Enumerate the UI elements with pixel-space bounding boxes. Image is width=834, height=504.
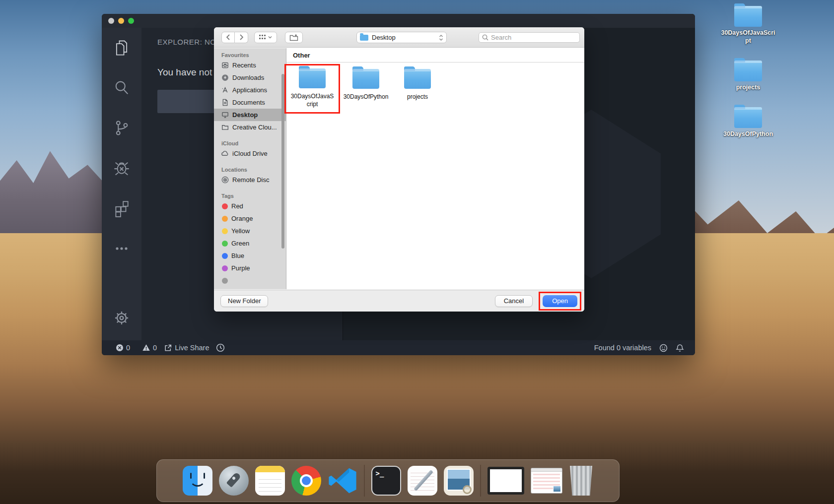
yellow-tag-dot bbox=[222, 228, 228, 234]
sidebar-item-downloads[interactable]: Downloads bbox=[214, 71, 286, 84]
sidebar-section-locations: Locations bbox=[221, 167, 286, 173]
finder-open-dialog: Desktop Search Favourites Recents bbox=[214, 27, 584, 312]
desktop-icon-projects[interactable]: projects bbox=[721, 61, 775, 92]
new-folder-tool-button[interactable] bbox=[285, 32, 303, 43]
vscode-titlebar[interactable] bbox=[102, 14, 695, 28]
zoom-window-button[interactable] bbox=[128, 18, 134, 24]
cloud-icon bbox=[221, 150, 229, 158]
folder-icon bbox=[299, 68, 326, 88]
sidebar-item-label: Creative Clou... bbox=[232, 124, 277, 131]
file-item-projects[interactable]: projects bbox=[392, 69, 443, 101]
vscode-activity-bar bbox=[102, 28, 141, 340]
extensions-icon[interactable] bbox=[112, 199, 131, 218]
debug-icon[interactable] bbox=[112, 159, 131, 178]
sidebar-section-icloud: iCloud bbox=[221, 140, 286, 146]
sidebar-tag-red[interactable]: Red bbox=[214, 200, 286, 212]
updown-chevron-icon bbox=[439, 34, 443, 41]
desktop-icon-label: 30DaysOfJavaScript bbox=[721, 29, 775, 45]
search-icon[interactable] bbox=[112, 78, 131, 97]
sidebar-item-label: Green bbox=[231, 240, 249, 247]
red-tag-dot bbox=[222, 203, 228, 209]
clock-icon bbox=[216, 343, 225, 352]
sidebar-tag-yellow[interactable]: Yellow bbox=[214, 225, 286, 237]
folder-icon bbox=[734, 61, 762, 81]
desktop-icon bbox=[221, 111, 229, 119]
found-variables-status: Found 0 variables bbox=[594, 344, 651, 352]
sidebar-item-label: Documents bbox=[232, 99, 265, 106]
problems-status[interactable]: 0 0 bbox=[116, 344, 157, 352]
close-window-button[interactable] bbox=[108, 18, 114, 24]
explorer-icon[interactable] bbox=[112, 38, 131, 57]
desktop-icon-label: projects bbox=[736, 84, 761, 92]
source-control-icon[interactable] bbox=[112, 119, 131, 137]
chevron-down-icon bbox=[268, 36, 272, 39]
minimized-window-1[interactable] bbox=[487, 467, 524, 495]
forward-button[interactable] bbox=[235, 32, 248, 43]
preview-dock-icon[interactable] bbox=[444, 466, 474, 496]
sidebar-item-recents[interactable]: Recents bbox=[214, 59, 286, 71]
launchpad-dock-icon[interactable] bbox=[219, 466, 249, 496]
sidebar-item-applications[interactable]: Applications bbox=[214, 84, 286, 96]
gray-tag-dot bbox=[222, 278, 228, 284]
clock-status[interactable] bbox=[216, 343, 225, 352]
finder-dock-icon[interactable] bbox=[183, 466, 212, 496]
live-share-status[interactable]: Live Share bbox=[164, 344, 209, 352]
cancel-button[interactable]: Cancel bbox=[495, 295, 533, 307]
sidebar-item-creative-cloud[interactable]: Creative Clou... bbox=[214, 121, 286, 133]
view-options-button[interactable] bbox=[254, 32, 277, 43]
new-folder-button[interactable]: New Folder bbox=[220, 295, 268, 307]
sidebar-tag-blue[interactable]: Blue bbox=[214, 250, 286, 262]
notes-dock-icon[interactable] bbox=[255, 466, 285, 496]
folder-icon bbox=[360, 35, 368, 41]
sidebar-item-documents[interactable]: Documents bbox=[214, 96, 286, 109]
file-item-label: 30DaysOfJavaScript bbox=[287, 93, 337, 108]
file-item-label: 30DaysOfPython bbox=[342, 93, 391, 101]
file-item-30daysofjavascript[interactable]: 30DaysOfJavaScript bbox=[287, 68, 337, 108]
file-item-30daysofpython[interactable]: 30DaysOfPython bbox=[340, 69, 392, 101]
errors-count: 0 bbox=[126, 344, 130, 352]
desktop-icon-30daysofpython[interactable]: 30DaysOfPython bbox=[721, 107, 775, 138]
new-folder-icon bbox=[289, 34, 298, 41]
recents-icon bbox=[221, 62, 229, 69]
sidebar-item-icloud-drive[interactable]: iCloud Drive bbox=[214, 147, 286, 160]
chrome-center bbox=[302, 476, 311, 485]
sidebar-tag-purple[interactable]: Purple bbox=[214, 262, 286, 274]
dialog-sidebar: Favourites Recents Downloads bbox=[214, 48, 286, 289]
location-dropdown[interactable]: Desktop bbox=[356, 32, 447, 43]
dialog-footer: New Folder Cancel Open bbox=[214, 290, 584, 312]
sidebar-item-desktop[interactable]: Desktop bbox=[214, 109, 286, 121]
open-button[interactable]: Open bbox=[543, 295, 577, 307]
vscode-dock-icon[interactable] bbox=[328, 466, 357, 496]
sidebar-item-label: Yellow bbox=[231, 227, 250, 235]
location-dropdown-value: Desktop bbox=[372, 34, 439, 41]
chrome-dock-icon[interactable] bbox=[291, 466, 321, 496]
vscode-status-bar: 0 0 Live Share Found 0 variables bbox=[102, 340, 695, 355]
search-input[interactable]: Search bbox=[479, 32, 580, 43]
minimize-window-button[interactable] bbox=[118, 18, 124, 24]
back-button[interactable] bbox=[221, 32, 235, 43]
sidebar-tag-green[interactable]: Green bbox=[214, 237, 286, 250]
minimized-window-2[interactable] bbox=[531, 468, 562, 494]
feedback-smiley-icon[interactable] bbox=[659, 344, 668, 352]
file-group-header: Other bbox=[286, 48, 584, 63]
folder-icon bbox=[404, 69, 431, 89]
textedit-dock-icon[interactable] bbox=[408, 466, 437, 496]
sidebar-tag-orange[interactable]: Orange bbox=[214, 212, 286, 225]
notifications-bell-icon[interactable] bbox=[676, 344, 684, 352]
more-actions-icon[interactable] bbox=[112, 239, 131, 258]
annotation-box-open-button: Open bbox=[539, 292, 581, 311]
desktop-icon-30daysofjavascript[interactable]: 30DaysOfJavaScript bbox=[721, 6, 775, 45]
window-titlebar bbox=[531, 468, 562, 472]
settings-gear-icon[interactable] bbox=[112, 309, 131, 327]
share-icon bbox=[164, 344, 172, 352]
sidebar-item-label: Red bbox=[231, 202, 243, 210]
sidebar-tag-partial[interactable] bbox=[214, 274, 286, 287]
trash-dock-icon[interactable] bbox=[569, 466, 594, 496]
warnings-icon bbox=[142, 344, 150, 352]
blue-tag-dot bbox=[222, 253, 228, 259]
sidebar-item-remote-disc[interactable]: Remote Disc bbox=[214, 174, 286, 186]
green-tag-dot bbox=[222, 241, 228, 247]
terminal-dock-icon[interactable]: >_ bbox=[371, 466, 401, 496]
dock: >_ bbox=[156, 459, 620, 502]
desktop-root: { "desktop": { "icons": [ { "label": "30… bbox=[0, 0, 834, 504]
